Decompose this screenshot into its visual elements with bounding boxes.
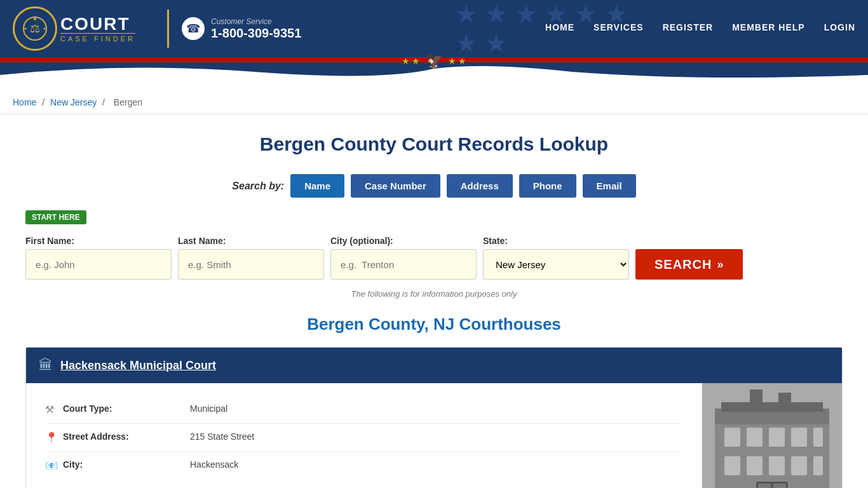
tab-case-number[interactable]: Case Number (351, 174, 440, 198)
last-name-group: Last Name: (178, 236, 324, 280)
tab-phone[interactable]: Phone (519, 174, 576, 198)
stars-decoration: ★ ★ ★ ★ ★ ★ ★ ★ (455, 0, 646, 57)
courthouse-building-icon: 🏛 (39, 357, 53, 374)
street-label: Street Address: (63, 431, 190, 442)
svg-point-2 (34, 18, 36, 20)
page-title: Bergen County Court Records Lookup (25, 133, 843, 155)
svg-text:⚖: ⚖ (30, 22, 40, 35)
svg-rect-8 (721, 402, 823, 412)
last-name-input[interactable] (178, 249, 324, 280)
city-detail-value: Hackensack (190, 459, 238, 470)
courthouse-name[interactable]: Hackensack Municipal Court (60, 359, 216, 372)
city-label: City (optional): (330, 236, 477, 246)
courthouse-image (702, 383, 842, 488)
svg-rect-10 (747, 428, 763, 447)
breadcrumb-state[interactable]: New Jersey (50, 97, 97, 107)
breadcrumb-county: Bergen (114, 97, 142, 107)
courthouse-card: 🏛 Hackensack Municipal Court ⚒ Court Typ… (25, 347, 843, 488)
svg-rect-18 (813, 456, 823, 475)
nav-member-help[interactable]: MEMBER HELP (732, 22, 804, 35)
logo-court-label: COURT (60, 15, 130, 33)
svg-point-4 (44, 28, 46, 30)
svg-rect-17 (791, 456, 807, 475)
svg-rect-14 (724, 456, 740, 475)
street-row: 📍 Street Address: 215 State Street (45, 424, 683, 452)
svg-rect-13 (813, 428, 823, 447)
logo-case-finder-label: CASE FINDER (60, 33, 135, 43)
breadcrumb-home[interactable]: Home (13, 97, 36, 107)
city-group: City (optional): (330, 236, 477, 280)
tab-name[interactable]: Name (290, 174, 344, 198)
svg-point-3 (25, 28, 27, 30)
courthouse-header: 🏛 Hackensack Municipal Court (26, 348, 842, 383)
street-value: 215 State Street (190, 431, 254, 442)
eagle-decoration: ★ ★ 🦅 ★ ★ (402, 53, 467, 69)
nav-login[interactable]: LOGIN (824, 22, 855, 35)
search-btn-label: SEARCH (654, 257, 712, 272)
first-name-input[interactable] (25, 249, 172, 280)
tab-address[interactable]: Address (447, 174, 513, 198)
breadcrumb: Home / New Jersey / Bergen (0, 91, 868, 114)
eagle-stars: ★ ★ 🦅 ★ ★ (402, 53, 467, 69)
first-name-label: First Name: (25, 236, 172, 246)
city-icon: 📧 (45, 459, 63, 471)
search-form: First Name: Last Name: City (optional): … (25, 236, 843, 280)
courthouse-body: ⚒ Court Type: Municipal 📍 Street Address… (26, 383, 842, 488)
header-divider (167, 10, 169, 48)
search-by-label: Search by: (232, 180, 284, 192)
state-select[interactable]: New Jersey (483, 249, 629, 280)
svg-rect-20 (758, 484, 771, 488)
city-detail-label: City: (63, 459, 190, 470)
cs-phone: 1-800-309-9351 (211, 26, 301, 41)
courthouses-section-title: Bergen County, NJ Courthouses (25, 315, 843, 334)
nav-register[interactable]: REGISTER (663, 22, 714, 35)
customer-service: ☎ Customer Service 1-800-309-9351 (182, 17, 301, 41)
last-name-label: Last Name: (178, 236, 324, 246)
city-row: 📧 City: Hackensack (45, 452, 683, 479)
city-input[interactable] (330, 249, 477, 280)
svg-rect-11 (769, 428, 785, 447)
search-button[interactable]: SEARCH » (635, 249, 743, 280)
start-here-badge: START HERE (25, 210, 86, 224)
state-group: State: New Jersey (483, 236, 629, 280)
search-tabs-row: Search by: Name Case Number Address Phon… (25, 174, 843, 198)
svg-rect-15 (747, 456, 763, 475)
cs-text: Customer Service 1-800-309-9351 (211, 17, 301, 41)
tab-email[interactable]: Email (583, 174, 636, 198)
phone-icon: ☎ (182, 17, 205, 40)
main-content: Bergen County Court Records Lookup Searc… (0, 114, 868, 488)
logo-text: COURT CASE FINDER (60, 15, 135, 43)
logo: ⚖ COURT CASE FINDER (13, 6, 135, 51)
courthouse-details: ⚒ Court Type: Municipal 📍 Street Address… (26, 383, 702, 488)
svg-rect-22 (750, 390, 763, 405)
cs-label: Customer Service (211, 17, 301, 26)
wave-section: ★ ★ 🦅 ★ ★ (0, 62, 868, 91)
svg-rect-12 (791, 428, 807, 447)
eagle-icon: 🦅 (426, 53, 443, 69)
svg-rect-21 (773, 484, 786, 488)
svg-rect-16 (769, 456, 785, 475)
chevrons-icon: » (717, 258, 724, 271)
svg-rect-9 (724, 428, 740, 447)
svg-rect-23 (778, 393, 791, 405)
court-type-value: Municipal (190, 403, 227, 414)
info-note: The following is for information purpose… (25, 289, 843, 299)
state-label: State: (483, 236, 629, 246)
start-here-container: START HERE (25, 210, 843, 231)
first-name-group: First Name: (25, 236, 172, 280)
location-icon: 📍 (45, 431, 63, 444)
logo-emblem: ⚖ (13, 6, 57, 51)
site-header: ⚖ COURT CASE FINDER ☎ Customer Service 1… (0, 0, 868, 57)
court-type-label: Court Type: (63, 403, 190, 414)
court-type-row: ⚒ Court Type: Municipal (45, 396, 683, 424)
gavel-icon: ⚒ (45, 403, 63, 416)
